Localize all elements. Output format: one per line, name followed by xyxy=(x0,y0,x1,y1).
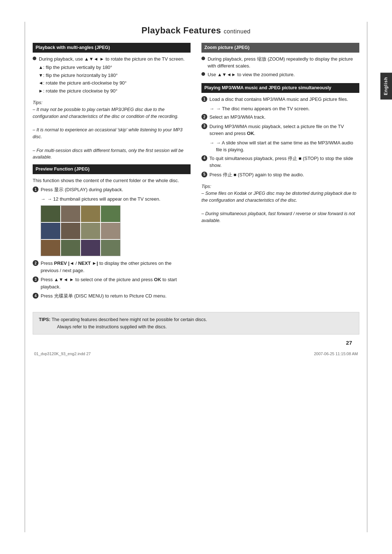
tips-box-text1: The operating features described here mi… xyxy=(52,317,207,322)
sub-bullet-1: ▲: flip the picture vertically by 180° xyxy=(33,64,191,71)
step-num-2: 2 xyxy=(33,260,38,266)
mp3-step-3-arrow-text: → A slide show will start at the same ti… xyxy=(216,139,359,153)
preview-step-3-text: Press ▲▼◄ ► to select one of the picture… xyxy=(41,276,191,290)
footer-left: 01_dvp3120K_93_eng2.indd 27 xyxy=(34,352,91,356)
preview-step-4-text: Press 光碟菜单 (DISC MENU) to return to Pict… xyxy=(41,292,191,300)
preview-header: Preview Function (JPEG) xyxy=(33,164,191,174)
playback-angles-header: Playback with multi-angles (JPEG) xyxy=(33,43,191,53)
thumb-10 xyxy=(61,240,80,256)
preview-section: Preview Function (JPEG) This function sh… xyxy=(33,164,191,300)
mp3-step-num-1: 1 xyxy=(201,96,207,102)
preview-step-1-arrow: → → 12 thumbnail pictures will appear on… xyxy=(41,196,191,203)
preview-intro: This function shows the content of the c… xyxy=(33,177,191,184)
thumb-1 xyxy=(41,206,60,222)
bullet-circle xyxy=(33,57,36,60)
arrow-sym-1: → xyxy=(41,196,45,203)
mp3-step-3-text: During MP3/WMA music playback, select a … xyxy=(209,123,359,137)
mp3-jpeg-section: Playing MP3/WMA music and JPEG picture s… xyxy=(201,83,359,178)
zoom-bullet-2: Use ▲▼◄► to view the zoomed picture. xyxy=(201,71,359,78)
thumb-2 xyxy=(61,206,80,222)
tips-block-2: Tips: – Some files on Kodak or JPEG disc… xyxy=(201,183,359,224)
mp3-step-4: 4 To quit simultaneous playback, press 停… xyxy=(201,155,359,169)
thumb-12 xyxy=(101,240,120,256)
mp3-step-num-3: 3 xyxy=(201,123,207,129)
mp3-step-1: 1 Load a disc that contains MP3/WMA musi… xyxy=(201,96,359,103)
thumb-8 xyxy=(101,223,120,239)
page-number: 27 xyxy=(33,340,359,346)
english-tab: English xyxy=(380,73,392,99)
bullet-circle-z2 xyxy=(201,72,205,76)
playback-angles-text: During playback, use ▲▼◄ ► to rotate the… xyxy=(39,56,191,63)
thumb-4 xyxy=(101,206,120,222)
title-continued: continued xyxy=(224,28,250,34)
tips-line-1: – It may not be possible to play certain… xyxy=(33,106,191,120)
thumb-5 xyxy=(41,223,60,239)
zoom-header: Zoom picture (JPEG) xyxy=(201,43,359,53)
sub-bullet-2: ▼: flip the picture horizontally by 180° xyxy=(33,72,191,79)
preview-step-2-text: Press PREV |◄ / NEXT ►| to display the o… xyxy=(41,260,191,274)
tips-label-1: Tips: xyxy=(33,99,191,106)
mp3-step-1-arrow-text: → The disc menu appears on the TV screen… xyxy=(216,105,359,112)
playback-angles-bullet: During playback, use ▲▼◄ ► to rotate the… xyxy=(33,56,191,63)
thumb-7 xyxy=(81,223,100,239)
tips-box-text2: Always refer to the instructions supplie… xyxy=(39,324,167,329)
content-area: Playback Features continued Playback wit… xyxy=(29,22,363,356)
zoom-bullet-1: During playback, press 缩放 (ZOOM) repeate… xyxy=(201,56,359,70)
tips-line-2: – It is normal to experience an occasion… xyxy=(33,127,191,140)
tips-box: TIPS: The operating features described h… xyxy=(33,312,359,335)
playback-angles-section: Playback with multi-angles (JPEG) During… xyxy=(33,43,191,94)
mp3-step-num-5: 5 xyxy=(201,172,207,177)
left-column: Playback with multi-angles (JPEG) During… xyxy=(33,43,191,305)
mp3-step-2: 2 Select an MP3/WMA track. xyxy=(201,114,359,121)
sub-bullet-3: ◄: rotate the picture anti-clockwise by … xyxy=(33,79,191,87)
mp3-step-num-4: 4 xyxy=(201,155,207,161)
zoom-bullet-2-text: Use ▲▼◄► to view the zoomed picture. xyxy=(208,71,359,78)
thumb-9 xyxy=(41,240,60,256)
mp3-step-1-arrow: → → The disc menu appears on the TV scre… xyxy=(209,105,359,112)
mp3-step-2-text: Select an MP3/WMA track. xyxy=(209,114,359,121)
step-num-4: 4 xyxy=(33,293,38,299)
preview-step-1-text: Press 显示 (DISPLAY) during playback. xyxy=(41,186,191,193)
arrow-sym-mp3-3: → xyxy=(209,139,214,147)
mp3-step-3: 3 During MP3/WMA music playback, select … xyxy=(201,123,359,137)
thumb-6 xyxy=(61,223,80,239)
tips-line-3: – For multi-session discs with different… xyxy=(33,147,191,161)
step-num-3: 3 xyxy=(33,276,38,282)
preview-step-3: 3 Press ▲▼◄ ► to select one of the pictu… xyxy=(33,276,191,290)
page-title: Playback Features continued xyxy=(33,22,359,36)
arrow-sym-mp3-1: → xyxy=(209,105,214,112)
zoom-bullet-1-text: During playback, press 缩放 (ZOOM) repeate… xyxy=(208,56,359,70)
mp3-step-3-arrow: → → A slide show will start at the same … xyxy=(209,139,359,153)
page-container: English Playback Features continued Play… xyxy=(0,0,392,554)
preview-step-4: 4 Press 光碟菜单 (DISC MENU) to return to Pi… xyxy=(33,292,191,300)
tips-box-label: TIPS: xyxy=(39,317,50,322)
thumbnail-grid xyxy=(41,205,121,256)
right-column: Zoom picture (JPEG) During playback, pre… xyxy=(201,43,359,305)
tips-label-2: Tips: xyxy=(201,183,359,190)
sub-bullet-4: ►: rotate the picture clockwise by 90° xyxy=(33,87,191,95)
preview-step-1-arrow-text: → 12 thumbnail pictures will appear on t… xyxy=(47,196,191,203)
mp3-step-1-text: Load a disc that contains MP3/WMA music … xyxy=(209,96,359,103)
two-column-layout: Playback with multi-angles (JPEG) During… xyxy=(33,43,359,305)
left-border xyxy=(25,22,25,532)
mp3-step-4-text: To quit simultaneous playback, press 停止 … xyxy=(209,155,359,169)
thumb-3 xyxy=(81,206,100,222)
mp3-jpeg-header: Playing MP3/WMA music and JPEG picture s… xyxy=(201,83,359,93)
preview-step-2: 2 Press PREV |◄ / NEXT ►| to display the… xyxy=(33,260,191,274)
mp3-step-5-text: Press 停止 ■ (STOP) again to stop the audi… xyxy=(209,171,359,178)
tips-block-1: Tips: – It may not be possible to play c… xyxy=(33,99,191,161)
footer-right: 2007-06-25 11:15:08 AM xyxy=(314,352,358,356)
title-text: Playback Features xyxy=(142,25,221,35)
bullet-circle-z1 xyxy=(201,57,205,60)
mp3-step-5: 5 Press 停止 ■ (STOP) again to stop the au… xyxy=(201,171,359,178)
step-num-1: 1 xyxy=(33,186,38,192)
tips2-line-1: – Some files on Kodak or JPEG disc may b… xyxy=(201,190,359,204)
footer-info: 01_dvp3120K_93_eng2.indd 27 2007-06-25 1… xyxy=(33,352,359,356)
mp3-step-num-2: 2 xyxy=(201,114,207,120)
thumb-11 xyxy=(81,240,100,256)
right-border xyxy=(367,22,367,532)
tips2-line-2: – During simultaneous playback, fast for… xyxy=(201,210,359,224)
preview-step-1: 1 Press 显示 (DISPLAY) during playback. xyxy=(33,186,191,193)
zoom-section: Zoom picture (JPEG) During playback, pre… xyxy=(201,43,359,78)
